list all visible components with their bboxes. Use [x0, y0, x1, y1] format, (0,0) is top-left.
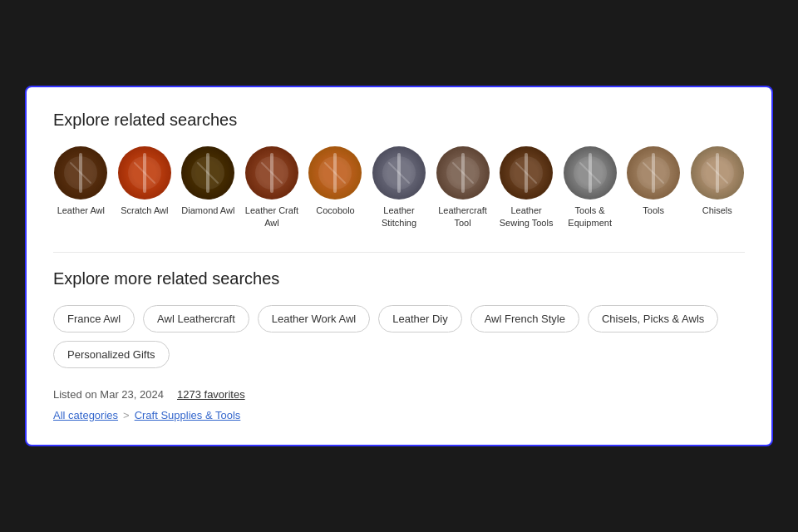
- circle-item-cocobolo[interactable]: Cocobolo: [308, 146, 363, 216]
- circle-label-tools-equipment: Tools & Equipment: [562, 204, 618, 229]
- circle-image-leather-sewing-tools: [500, 146, 553, 200]
- pill-leather-work-awl[interactable]: Leather Work Awl: [258, 305, 370, 332]
- breadcrumb: All categories > Craft Supplies & Tools: [53, 409, 745, 421]
- breadcrumb-craft-supplies[interactable]: Craft Supplies & Tools: [135, 409, 241, 421]
- breadcrumb-separator: >: [123, 409, 130, 421]
- circle-label-scratch-awl: Scratch Awl: [121, 204, 168, 216]
- circle-item-scratch-awl[interactable]: Scratch Awl: [117, 146, 173, 216]
- circle-label-diamond-awl: Diamond Awl: [181, 204, 234, 216]
- circles-container: Leather Awl Scratch Awl Diamond Awl Leat…: [53, 146, 745, 229]
- circle-label-leather-sewing-tools: Leather Sewing Tools: [499, 204, 554, 229]
- circle-item-tools[interactable]: Tools: [626, 146, 682, 216]
- more-related-title: Explore more related searches: [53, 269, 745, 288]
- circle-image-leather-craft-awl: [245, 146, 298, 200]
- circle-item-leather-stitching[interactable]: Leather Stitching: [372, 146, 427, 229]
- circle-item-leather-sewing-tools[interactable]: Leather Sewing Tools: [499, 146, 554, 229]
- pill-chisels-picks-awls[interactable]: Chisels, Picks & Awls: [588, 305, 718, 332]
- circle-image-chisels: [691, 146, 744, 200]
- circle-image-leather-awl: [54, 146, 107, 200]
- pill-awl-leathercraft[interactable]: Awl Leathercraft: [143, 305, 249, 332]
- circle-image-cocobolo: [308, 146, 362, 200]
- circle-image-tools: [627, 146, 680, 200]
- pill-leather-diy[interactable]: Leather Diy: [378, 305, 461, 332]
- section-divider: [53, 252, 745, 253]
- circle-label-cocobolo: Cocobolo: [316, 204, 354, 216]
- circle-label-chisels: Chisels: [702, 204, 732, 216]
- favorites-link[interactable]: 1273 favorites: [177, 388, 245, 401]
- circle-item-chisels[interactable]: Chisels: [689, 146, 745, 216]
- circle-item-leather-craft-awl[interactable]: Leather Craft Awl: [244, 146, 300, 229]
- circle-item-leathercraft-tool[interactable]: Leathercraft Tool: [435, 146, 490, 229]
- footer-row: Listed on Mar 23, 2024 1273 favorites: [53, 388, 745, 401]
- circle-label-tools: Tools: [643, 204, 664, 216]
- pill-awl-french-style[interactable]: Awl French Style: [470, 305, 579, 332]
- circle-image-tools-equipment: [564, 146, 617, 200]
- pills-container: France AwlAwl LeathercraftLeather Work A…: [53, 305, 745, 368]
- circle-label-leather-stitching: Leather Stitching: [372, 204, 427, 229]
- pill-france-awl[interactable]: France Awl: [53, 305, 135, 332]
- main-card: Explore related searches Leather Awl Scr…: [25, 86, 773, 446]
- circle-label-leather-craft-awl: Leather Craft Awl: [244, 204, 300, 229]
- circle-item-leather-awl[interactable]: Leather Awl: [53, 146, 109, 216]
- circle-item-tools-equipment[interactable]: Tools & Equipment: [562, 146, 618, 229]
- circle-image-diamond-awl: [181, 146, 234, 200]
- listed-date: Listed on Mar 23, 2024: [53, 388, 164, 401]
- circle-label-leathercraft-tool: Leathercraft Tool: [435, 204, 490, 229]
- circle-image-leathercraft-tool: [436, 146, 490, 200]
- related-searches-title: Explore related searches: [53, 111, 745, 130]
- pill-personalized-gifts[interactable]: Personalized Gifts: [53, 341, 170, 368]
- page-background: Explore related searches Leather Awl Scr…: [0, 0, 798, 532]
- circle-item-diamond-awl[interactable]: Diamond Awl: [180, 146, 236, 216]
- circle-image-scratch-awl: [118, 146, 171, 200]
- circle-label-leather-awl: Leather Awl: [57, 204, 105, 216]
- circle-image-leather-stitching: [372, 146, 426, 200]
- breadcrumb-all-categories[interactable]: All categories: [53, 409, 118, 421]
